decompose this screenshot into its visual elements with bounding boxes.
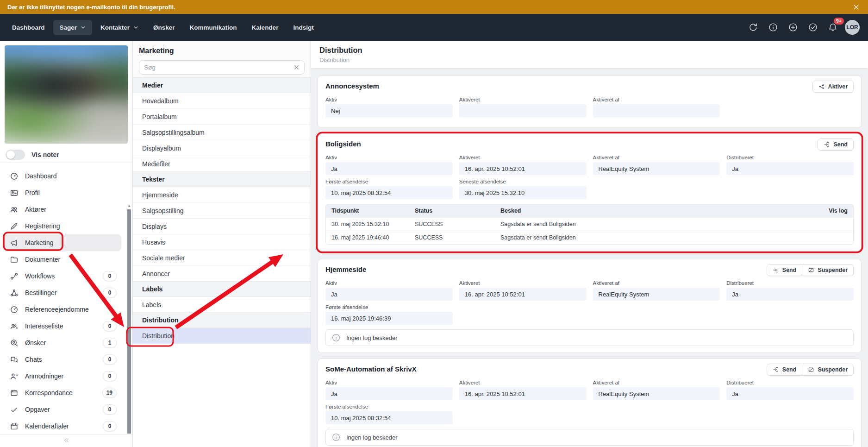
nav-item-indsigt[interactable]: Indsigt (287, 20, 320, 35)
count-badge: 1 (103, 338, 117, 348)
clear-search-icon[interactable] (293, 64, 300, 70)
field-aktiveret: Aktiveret (459, 97, 587, 117)
pin-search-icon (10, 339, 19, 347)
send-button[interactable]: Send (767, 264, 802, 276)
marketing-item-mediefiler[interactable]: Mediefiler (133, 156, 311, 172)
notification-badge: 9+ (834, 18, 844, 25)
marketing-item-portalalbum[interactable]: Portalalbum (133, 109, 311, 125)
nav-item-label: Kommunikation (190, 24, 237, 31)
refresh-icon[interactable] (745, 19, 761, 35)
sidebar-item-referenceejendomme[interactable]: Referenceejendomme (4, 301, 121, 318)
marketing-item-hjemmeside[interactable]: Hjemmeside (133, 187, 311, 203)
sidebar-item-profil[interactable]: Profil (4, 184, 121, 201)
marketing-item-annoncer[interactable]: Annoncer (133, 266, 311, 282)
info-circle-icon[interactable] (765, 19, 781, 35)
case-sidebar: Vis noter DashboardProfilAktørerRegistre… (0, 41, 133, 447)
sidebar-item-opgaver[interactable]: Opgaver0 (4, 401, 121, 418)
marketing-item-displays[interactable]: Displays (133, 219, 311, 234)
sidebar-collapse-button[interactable] (0, 434, 132, 447)
button-label: Suspender (818, 267, 848, 273)
section-header-labels: Labels (133, 281, 311, 297)
sidebar-item-registrering[interactable]: Registrering (4, 218, 121, 234)
field-label: Distribueret (726, 155, 854, 160)
send-button[interactable]: Send (818, 139, 853, 150)
card-some-automation-af-skrivx: SoMe-Automation af SkrivXSendSuspenderAk… (318, 359, 862, 447)
close-icon[interactable] (851, 2, 861, 12)
marketing-item-salgsopstillingsalbum[interactable]: Salgsopstillingsalbum (133, 125, 311, 140)
scroll-down-icon[interactable]: ▼ (126, 430, 132, 434)
vis-noter-toggle[interactable] (6, 150, 25, 160)
check-circle-icon[interactable] (805, 19, 821, 35)
scrollbar-thumb[interactable] (127, 209, 131, 434)
marketing-item-husavis[interactable]: Husavis (133, 234, 311, 250)
nav-item-sager[interactable]: Sager (53, 20, 93, 35)
marketing-item-displayalbum[interactable]: Displayalbum (133, 140, 311, 156)
empty-log-message: Ingen log beskeder (325, 429, 854, 446)
page-title: Distribution (319, 46, 860, 55)
sidebar-item-label: Referenceejendomme (25, 306, 89, 313)
check-icon (10, 405, 19, 414)
field-value: 16. apr. 2025 10:52:01 (459, 288, 587, 301)
marketing-item-hovedalbum[interactable]: Hovedalbum (133, 93, 311, 109)
marketing-item-distribution[interactable]: Distribution (133, 328, 311, 344)
property-photo-blur (5, 45, 128, 144)
field-label: Første afsendelse (325, 404, 453, 409)
field-value: Ja (325, 162, 453, 175)
nav-item-kalender[interactable]: Kalender (245, 20, 285, 35)
card-title: SoMe-Automation af SkrivX (325, 364, 417, 373)
column-header-tidspunkt: Tidspunkt (331, 208, 415, 214)
property-photo[interactable] (5, 45, 128, 144)
field-label: Aktiveret af (593, 155, 720, 160)
sidebar-item-kalenderaftaler[interactable]: Kalenderaftaler0 (4, 418, 121, 434)
suspender-button[interactable]: Suspender (802, 364, 853, 375)
nav-item-kommunikation[interactable]: Kommunikation (183, 20, 244, 35)
field-value: Ja (325, 387, 453, 400)
search-input[interactable] (144, 64, 290, 71)
field-label: Aktiv (325, 97, 453, 102)
nav-item-ønsker[interactable]: Ønsker (147, 20, 181, 35)
sidebar-item-workflows[interactable]: Workflows0 (4, 268, 121, 284)
nav-item-dashboard[interactable]: Dashboard (6, 20, 51, 35)
sidebar-item-anmodninger[interactable]: Anmodninger0 (4, 368, 121, 384)
column-header-vis-log[interactable]: Vis log (820, 208, 848, 214)
log-table-row: 16. maj 2025 19:46:40SUCCESSSagsdata er … (326, 231, 853, 244)
nav-item-kontakter[interactable]: Kontakter (94, 20, 145, 35)
sidebar-item-chats[interactable]: Chats0 (4, 351, 121, 368)
count-badge: 0 (103, 321, 117, 331)
log-message: Sagsdata er sendt Boligsiden (500, 234, 820, 241)
sidebar-item-korrespondance[interactable]: Korrespondance19 (4, 384, 121, 401)
sidebar-item-dashboard[interactable]: Dashboard (4, 168, 121, 184)
nav-item-label: Sager (60, 24, 77, 31)
suspender-button[interactable]: Suspender (802, 264, 853, 276)
marketing-item-sociale-medier[interactable]: Sociale medier (133, 250, 311, 266)
aktiver-button[interactable]: Aktiver (813, 81, 853, 92)
scroll-up-icon[interactable]: ▲ (126, 204, 132, 208)
sidebar-item-dokumenter[interactable]: Dokumenter (4, 251, 121, 268)
bell-icon[interactable]: 9+ (825, 19, 841, 35)
marketing-item-salgsopstilling[interactable]: Salgsopstilling (133, 203, 311, 219)
field-value: Ja (726, 387, 854, 400)
plus-circle-icon[interactable] (785, 19, 801, 35)
sidebar-item-label: Chats (25, 356, 42, 363)
field-label: Aktiveret (459, 155, 587, 160)
field-label: Aktiveret af (593, 97, 720, 102)
avatar[interactable]: LOR (845, 20, 860, 35)
field-label: Aktiveret (459, 380, 587, 385)
sidebar-scrollbar[interactable]: ▲ ▼ (126, 204, 132, 434)
field-distribueret: DistribueretJa (726, 155, 854, 175)
sidebar-item-bestillinger[interactable]: Bestillinger0 (4, 284, 121, 301)
megaphone-icon (10, 239, 19, 247)
field-label: Distribueret (726, 380, 854, 385)
sidebar-item-marketing[interactable]: Marketing (4, 234, 121, 251)
info-circle-icon (331, 433, 341, 442)
sidebar-item-label: Workflows (25, 272, 55, 280)
log-message: Sagsdata er sendt Boligsiden (500, 221, 820, 227)
field-aktiv: AktivJa (325, 280, 453, 301)
sidebar-item-interesseliste[interactable]: Interesseliste0 (4, 318, 121, 334)
sidebar-item-aktører[interactable]: Aktører (4, 201, 121, 218)
sidebar-item-ønsker[interactable]: Ønsker1 (4, 334, 121, 351)
marketing-item-labels[interactable]: Labels (133, 297, 311, 313)
marketing-panel: Marketing MedierHovedalbumPortalalbumSal… (133, 41, 311, 447)
send-button[interactable]: Send (767, 364, 802, 375)
field-label: Aktiv (325, 155, 453, 160)
